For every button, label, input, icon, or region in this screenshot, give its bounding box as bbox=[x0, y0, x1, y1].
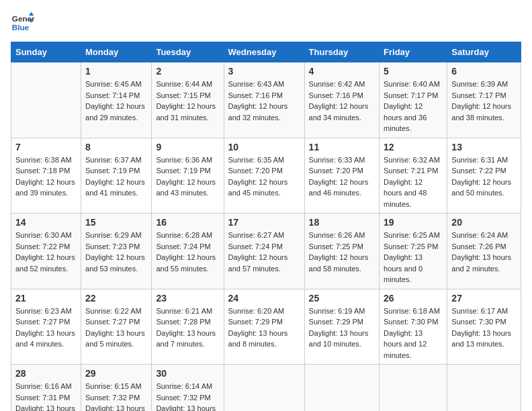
day-number: 25 bbox=[309, 293, 375, 304]
day-cell: 2Sunrise: 6:44 AMSunset: 7:15 PMDaylight… bbox=[152, 62, 224, 138]
day-number: 10 bbox=[228, 142, 300, 152]
day-info: Sunrise: 6:30 AMSunset: 7:22 PMDaylight:… bbox=[15, 230, 77, 274]
day-cell: 23Sunrise: 6:21 AMSunset: 7:28 PMDayligh… bbox=[152, 289, 224, 365]
calendar-body: 1Sunrise: 6:45 AMSunset: 7:14 PMDaylight… bbox=[11, 62, 521, 412]
day-info: Sunrise: 6:15 AMSunset: 7:32 PMDaylight:… bbox=[85, 381, 147, 411]
day-number: 29 bbox=[85, 368, 147, 379]
column-header-tuesday: Tuesday bbox=[152, 42, 224, 62]
day-number: 23 bbox=[156, 293, 219, 304]
day-cell: 7Sunrise: 6:38 AMSunset: 7:18 PMDaylight… bbox=[11, 138, 81, 214]
day-number: 22 bbox=[85, 293, 147, 304]
day-number: 20 bbox=[451, 217, 517, 228]
day-cell: 16Sunrise: 6:28 AMSunset: 7:24 PMDayligh… bbox=[152, 214, 224, 289]
day-info: Sunrise: 6:43 AMSunset: 7:16 PMDaylight:… bbox=[228, 79, 300, 123]
day-info: Sunrise: 6:26 AMSunset: 7:25 PMDaylight:… bbox=[309, 230, 375, 274]
week-row-5: 28Sunrise: 6:16 AMSunset: 7:31 PMDayligh… bbox=[11, 365, 521, 412]
day-info: Sunrise: 6:21 AMSunset: 7:28 PMDaylight:… bbox=[156, 306, 219, 350]
day-number: 18 bbox=[309, 217, 375, 228]
day-number: 17 bbox=[228, 217, 300, 228]
column-header-thursday: Thursday bbox=[304, 42, 379, 62]
day-number: 15 bbox=[85, 217, 147, 228]
day-number: 21 bbox=[15, 293, 77, 304]
day-cell: 21Sunrise: 6:23 AMSunset: 7:27 PMDayligh… bbox=[11, 289, 81, 365]
column-header-sunday: Sunday bbox=[11, 42, 81, 62]
day-cell: 26Sunrise: 6:18 AMSunset: 7:30 PMDayligh… bbox=[380, 289, 447, 365]
day-info: Sunrise: 6:27 AMSunset: 7:24 PMDaylight:… bbox=[228, 230, 300, 274]
day-cell: 17Sunrise: 6:27 AMSunset: 7:24 PMDayligh… bbox=[224, 214, 304, 289]
day-number: 2 bbox=[156, 66, 219, 77]
day-info: Sunrise: 6:24 AMSunset: 7:26 PMDaylight:… bbox=[451, 230, 517, 274]
day-cell: 30Sunrise: 6:14 AMSunset: 7:32 PMDayligh… bbox=[152, 365, 224, 412]
day-cell: 6Sunrise: 6:39 AMSunset: 7:17 PMDaylight… bbox=[447, 62, 521, 138]
day-number: 12 bbox=[384, 142, 443, 152]
day-cell: 15Sunrise: 6:29 AMSunset: 7:23 PMDayligh… bbox=[81, 214, 152, 289]
day-info: Sunrise: 6:29 AMSunset: 7:23 PMDaylight:… bbox=[85, 230, 147, 274]
day-number: 6 bbox=[451, 66, 517, 77]
day-cell bbox=[447, 365, 521, 412]
day-info: Sunrise: 6:14 AMSunset: 7:32 PMDaylight:… bbox=[156, 381, 219, 411]
day-cell: 24Sunrise: 6:20 AMSunset: 7:29 PMDayligh… bbox=[224, 289, 304, 365]
day-number: 13 bbox=[451, 142, 517, 152]
day-info: Sunrise: 6:40 AMSunset: 7:17 PMDaylight:… bbox=[384, 79, 443, 134]
day-cell bbox=[380, 365, 447, 412]
day-number: 5 bbox=[384, 66, 443, 77]
day-number: 30 bbox=[156, 368, 219, 379]
day-cell: 22Sunrise: 6:22 AMSunset: 7:27 PMDayligh… bbox=[81, 289, 152, 365]
day-info: Sunrise: 6:35 AMSunset: 7:20 PMDaylight:… bbox=[228, 154, 300, 199]
day-info: Sunrise: 6:17 AMSunset: 7:30 PMDaylight:… bbox=[451, 306, 517, 350]
day-info: Sunrise: 6:33 AMSunset: 7:20 PMDaylight:… bbox=[309, 154, 375, 199]
day-cell: 11Sunrise: 6:33 AMSunset: 7:20 PMDayligh… bbox=[304, 138, 379, 214]
logo-icon: General Blue bbox=[11, 11, 35, 35]
svg-text:Blue: Blue bbox=[12, 23, 30, 32]
day-info: Sunrise: 6:45 AMSunset: 7:14 PMDaylight:… bbox=[85, 79, 147, 123]
day-info: Sunrise: 6:44 AMSunset: 7:15 PMDaylight:… bbox=[156, 79, 219, 123]
day-cell: 29Sunrise: 6:15 AMSunset: 7:32 PMDayligh… bbox=[81, 365, 152, 412]
column-header-monday: Monday bbox=[81, 42, 152, 62]
day-number: 3 bbox=[228, 66, 300, 77]
day-number: 19 bbox=[384, 217, 443, 228]
day-number: 9 bbox=[156, 142, 219, 152]
column-header-friday: Friday bbox=[380, 42, 447, 62]
calendar-header-row: SundayMondayTuesdayWednesdayThursdayFrid… bbox=[11, 42, 521, 62]
day-number: 8 bbox=[85, 142, 147, 152]
day-number: 24 bbox=[228, 293, 300, 304]
logo: General Blue bbox=[11, 11, 35, 35]
week-row-3: 14Sunrise: 6:30 AMSunset: 7:22 PMDayligh… bbox=[11, 214, 521, 289]
day-cell: 4Sunrise: 6:42 AMSunset: 7:16 PMDaylight… bbox=[304, 62, 379, 138]
day-cell: 28Sunrise: 6:16 AMSunset: 7:31 PMDayligh… bbox=[11, 365, 81, 412]
day-cell bbox=[11, 62, 81, 138]
day-number: 28 bbox=[15, 368, 77, 379]
day-cell: 8Sunrise: 6:37 AMSunset: 7:19 PMDaylight… bbox=[81, 138, 152, 214]
day-cell: 25Sunrise: 6:19 AMSunset: 7:29 PMDayligh… bbox=[304, 289, 379, 365]
day-number: 11 bbox=[309, 142, 375, 152]
day-number: 27 bbox=[451, 293, 517, 304]
day-info: Sunrise: 6:20 AMSunset: 7:29 PMDaylight:… bbox=[228, 306, 300, 350]
day-number: 26 bbox=[384, 293, 443, 304]
day-info: Sunrise: 6:16 AMSunset: 7:31 PMDaylight:… bbox=[15, 381, 77, 411]
day-cell: 13Sunrise: 6:31 AMSunset: 7:22 PMDayligh… bbox=[447, 138, 521, 214]
day-number: 14 bbox=[15, 217, 77, 228]
day-cell bbox=[224, 365, 304, 412]
day-cell: 14Sunrise: 6:30 AMSunset: 7:22 PMDayligh… bbox=[11, 214, 81, 289]
column-header-saturday: Saturday bbox=[447, 42, 521, 62]
header: General Blue bbox=[11, 11, 521, 35]
day-info: Sunrise: 6:31 AMSunset: 7:22 PMDaylight:… bbox=[451, 154, 517, 199]
day-cell: 10Sunrise: 6:35 AMSunset: 7:20 PMDayligh… bbox=[224, 138, 304, 214]
day-info: Sunrise: 6:25 AMSunset: 7:25 PMDaylight:… bbox=[384, 230, 443, 285]
day-info: Sunrise: 6:37 AMSunset: 7:19 PMDaylight:… bbox=[85, 154, 147, 199]
day-number: 7 bbox=[15, 142, 77, 152]
day-cell: 3Sunrise: 6:43 AMSunset: 7:16 PMDaylight… bbox=[224, 62, 304, 138]
day-info: Sunrise: 6:22 AMSunset: 7:27 PMDaylight:… bbox=[85, 306, 147, 350]
day-cell bbox=[304, 365, 379, 412]
calendar-table: SundayMondayTuesdayWednesdayThursdayFrid… bbox=[11, 42, 521, 411]
day-info: Sunrise: 6:23 AMSunset: 7:27 PMDaylight:… bbox=[15, 306, 77, 350]
day-info: Sunrise: 6:19 AMSunset: 7:29 PMDaylight:… bbox=[309, 306, 375, 350]
day-cell: 20Sunrise: 6:24 AMSunset: 7:26 PMDayligh… bbox=[447, 214, 521, 289]
day-info: Sunrise: 6:38 AMSunset: 7:18 PMDaylight:… bbox=[15, 154, 77, 199]
day-cell: 19Sunrise: 6:25 AMSunset: 7:25 PMDayligh… bbox=[380, 214, 447, 289]
day-info: Sunrise: 6:28 AMSunset: 7:24 PMDaylight:… bbox=[156, 230, 219, 274]
day-cell: 1Sunrise: 6:45 AMSunset: 7:14 PMDaylight… bbox=[81, 62, 152, 138]
week-row-1: 1Sunrise: 6:45 AMSunset: 7:14 PMDaylight… bbox=[11, 62, 521, 138]
day-info: Sunrise: 6:42 AMSunset: 7:16 PMDaylight:… bbox=[309, 79, 375, 123]
day-info: Sunrise: 6:39 AMSunset: 7:17 PMDaylight:… bbox=[451, 79, 517, 123]
